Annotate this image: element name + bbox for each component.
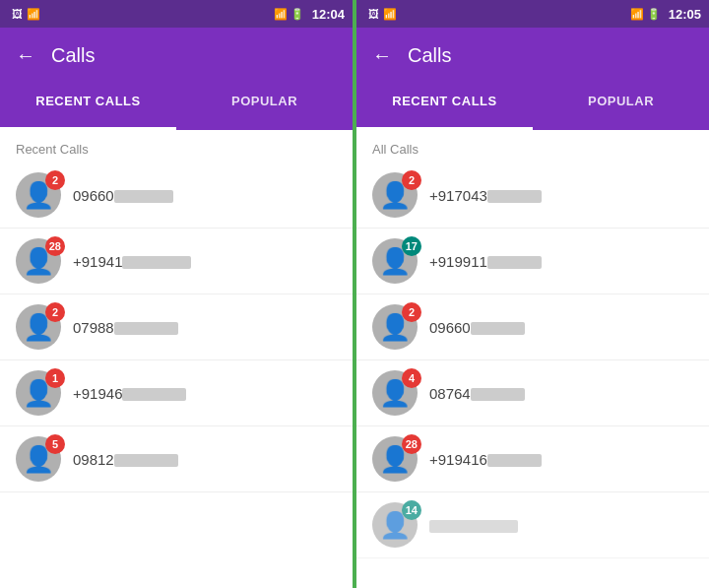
- tab-popular-label-left: POPULAR: [231, 94, 297, 120]
- app-bar-right: ← Calls: [356, 28, 709, 83]
- call-number-r2: +919911: [429, 253, 693, 270]
- call-number-r5: +919416: [429, 451, 693, 468]
- section-label-right: All Calls: [356, 130, 709, 163]
- call-item-4[interactable]: 👤 1 +91946: [0, 360, 353, 426]
- badge-4: 1: [45, 368, 65, 388]
- call-number-r3: 09660: [429, 319, 693, 336]
- avatar-wrap-2: 👤 28: [16, 238, 61, 284]
- back-button-left[interactable]: ←: [16, 44, 35, 67]
- avatar-wrap-1: 👤 2: [16, 172, 61, 218]
- call-number-5: 09812: [73, 451, 337, 468]
- camera-icon-r: 🖼: [368, 8, 379, 20]
- signal-icon: 📶: [274, 8, 288, 21]
- call-number-3: 07988: [73, 319, 337, 336]
- call-item-3[interactable]: 👤 2 07988: [0, 294, 353, 360]
- app-bar-left: ← Calls: [0, 28, 353, 83]
- badge-r2: 17: [402, 236, 421, 256]
- panel-left: 🖼 📶 📶 🔋 12:04 ← Calls RECENT CALLS POPUL…: [0, 0, 354, 588]
- badge-r4: 4: [402, 368, 421, 388]
- badge-r3: 2: [402, 302, 421, 322]
- avatar-wrap-r3: 👤 2: [372, 304, 418, 350]
- tab-recent-calls-left[interactable]: RECENT CALLS: [0, 83, 176, 130]
- avatar-wrap-4: 👤 1: [16, 370, 61, 416]
- call-item-r3[interactable]: 👤 2 09660: [356, 294, 709, 360]
- tab-popular-left[interactable]: POPULAR: [176, 83, 353, 130]
- call-number-r6: [429, 517, 693, 534]
- status-bar-left: 🖼 📶 📶 🔋 12:04: [0, 0, 353, 28]
- tab-recent-label-right: RECENT CALLS: [392, 94, 496, 120]
- badge-r5: 28: [402, 434, 421, 454]
- content-right: All Calls 👤 2 +917043 👤 17 +919911: [356, 130, 709, 588]
- badge-r6: 14: [402, 500, 421, 520]
- call-item-r5[interactable]: 👤 28 +919416: [356, 426, 709, 492]
- avatar-wrap-r5: 👤 28: [372, 436, 418, 482]
- camera-icon: 🖼: [12, 8, 23, 20]
- signal-icons-r: 📶 🔋: [630, 8, 661, 21]
- call-item-r1[interactable]: 👤 2 +917043: [356, 163, 709, 229]
- call-number-1: 09660: [73, 187, 337, 204]
- call-item-r2[interactable]: 👤 17 +919911: [356, 229, 709, 294]
- app-title-right: Calls: [408, 44, 451, 67]
- avatar-wrap-3: 👤 2: [16, 304, 61, 350]
- back-button-right[interactable]: ←: [372, 44, 392, 67]
- call-item-2[interactable]: 👤 28 +91941: [0, 229, 353, 294]
- section-label-left: Recent Calls: [0, 130, 353, 163]
- tab-recent-label-left: RECENT CALLS: [35, 94, 140, 120]
- status-right-left-icons: 🖼 📶: [364, 8, 626, 21]
- tab-popular-label-right: POPULAR: [588, 94, 654, 120]
- call-item-5[interactable]: 👤 5 09812: [0, 426, 353, 492]
- signal-icon-r: 📶: [630, 8, 644, 21]
- status-bar-right: 🖼 📶 📶 🔋 12:05: [356, 0, 709, 28]
- badge-1: 2: [45, 170, 65, 190]
- badge-3: 2: [45, 302, 65, 322]
- call-number-r4: 08764: [429, 385, 693, 402]
- avatar-wrap-r6: 👤 14: [372, 502, 418, 548]
- battery-icon: 🔋: [290, 8, 304, 21]
- call-item-r6[interactable]: 👤 14: [356, 492, 709, 558]
- battery-icon-r: 🔋: [647, 8, 661, 21]
- badge-2: 28: [45, 236, 65, 256]
- call-number-2: +91941: [73, 253, 337, 270]
- avatar-wrap-5: 👤 5: [16, 436, 61, 482]
- avatar-wrap-r4: 👤 4: [372, 370, 418, 416]
- tab-bar-left: RECENT CALLS POPULAR: [0, 83, 353, 130]
- badge-r1: 2: [402, 170, 421, 190]
- avatar-wrap-r2: 👤 17: [372, 238, 418, 284]
- badge-5: 5: [45, 434, 65, 454]
- call-item-r4[interactable]: 👤 4 08764: [356, 360, 709, 426]
- status-time-right: 12:05: [669, 7, 701, 22]
- signal-icons: 📶 🔋: [274, 8, 304, 21]
- call-number-4: +91946: [73, 385, 337, 402]
- status-left-icons: 🖼 📶: [8, 8, 270, 21]
- call-number-r1: +917043: [429, 187, 693, 204]
- app-title-left: Calls: [51, 44, 95, 67]
- panel-right: 🖼 📶 📶 🔋 12:05 ← Calls RECENT CALLS POPUL…: [354, 0, 709, 588]
- call-item-1[interactable]: 👤 2 09660: [0, 163, 353, 229]
- tab-bar-right: RECENT CALLS POPULAR: [356, 83, 709, 130]
- content-left: Recent Calls 👤 2 09660 👤 28 +91941: [0, 130, 353, 588]
- status-time-left: 12:04: [312, 7, 345, 22]
- tab-recent-calls-right[interactable]: RECENT CALLS: [356, 83, 533, 130]
- wifi-icon: 📶: [27, 8, 40, 21]
- wifi-icon-r: 📶: [383, 8, 397, 21]
- avatar-wrap-r1: 👤 2: [372, 172, 418, 218]
- tab-popular-right[interactable]: POPULAR: [533, 83, 709, 130]
